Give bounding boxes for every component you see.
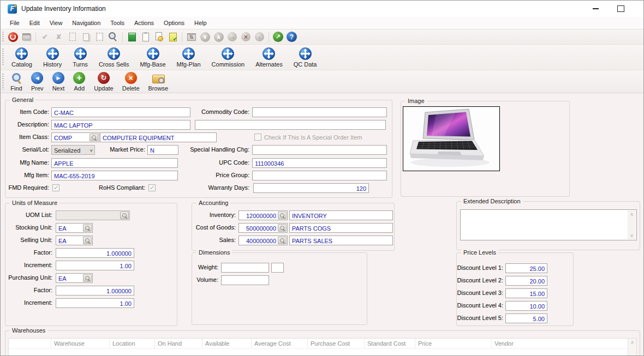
sales-account-field[interactable]: 400000000: [238, 236, 288, 245]
extended-description-scrollbar[interactable]: ∧ ∨: [628, 210, 636, 239]
mfg-name-field[interactable]: APPLE: [51, 158, 178, 168]
nav-toolbar-button[interactable]: Mfg-Plan: [171, 45, 206, 70]
description2-field[interactable]: [195, 120, 386, 130]
warranty-days-field[interactable]: 120: [253, 183, 369, 193]
clock-delete-icon[interactable]: [240, 31, 252, 43]
description-field[interactable]: MAC LAPTOP: [51, 120, 190, 130]
warehouse-column-header[interactable]: [9, 339, 51, 349]
warehouse-column-header[interactable]: Vendor: [492, 339, 631, 349]
nav-toolbar-button[interactable]: Turns: [67, 45, 93, 70]
toolbar-grip[interactable]: [2, 74, 4, 89]
volume-field[interactable]: [221, 275, 269, 285]
warehouse-column-header[interactable]: Standard Cost: [365, 339, 415, 349]
selling-unit-lookup-icon[interactable]: [83, 237, 92, 244]
warehouse-column-header[interactable]: Price: [415, 339, 492, 349]
selling-increment-field[interactable]: 1.00: [56, 261, 134, 270]
upc-code-field[interactable]: 111000346: [252, 158, 387, 168]
menu-item[interactable]: Options: [159, 18, 189, 28]
menu-item[interactable]: Navigation: [67, 18, 105, 28]
power-icon[interactable]: [7, 31, 19, 43]
nav-toolbar-button[interactable]: Catalog: [6, 45, 38, 70]
sales-account-desc[interactable]: PARTS SALES: [289, 236, 393, 245]
record-toolbar-button[interactable]: Add: [69, 70, 90, 93]
menu-item[interactable]: View: [45, 18, 68, 28]
clipboard-icon[interactable]: [139, 31, 152, 43]
menu-item[interactable]: File: [5, 18, 25, 28]
cancel-icon[interactable]: [52, 31, 65, 43]
nav-toolbar-button[interactable]: Mfg-Base: [135, 45, 171, 70]
billing-icon[interactable]: [153, 31, 165, 43]
copy-icon[interactable]: [80, 31, 92, 43]
help-icon[interactable]: [285, 31, 298, 43]
menu-item[interactable]: Help: [189, 18, 212, 28]
uom-list-field[interactable]: [56, 210, 130, 220]
warehouse-column-header[interactable]: Available: [202, 339, 252, 349]
warehouse-column-header[interactable]: Location: [110, 339, 155, 349]
item-class-desc-field[interactable]: COMPUTER EQUIPMENT: [100, 132, 217, 142]
special-handling-field[interactable]: [252, 145, 387, 155]
zoom-icon[interactable]: [107, 31, 120, 43]
purchasing-unit-field[interactable]: EA: [56, 273, 93, 283]
stocking-unit-lookup-icon[interactable]: [83, 224, 92, 232]
uom-list-lookup-icon[interactable]: [120, 212, 129, 219]
minimize-button[interactable]: [588, 3, 603, 15]
discount-level-field[interactable]: 15.00: [505, 288, 547, 298]
window-copy-icon[interactable]: [20, 31, 33, 43]
paste-icon[interactable]: [93, 31, 106, 43]
divider[interactable]: [35, 32, 36, 42]
record-toolbar-button[interactable]: Delete: [118, 70, 144, 93]
cogs-account-field[interactable]: 500000000: [238, 223, 288, 233]
nav-toolbar-button[interactable]: Alternates: [250, 45, 288, 70]
cogs-account-lookup-icon[interactable]: [278, 224, 287, 232]
nav-toolbar-button[interactable]: QC Data: [288, 45, 323, 70]
discount-level-field[interactable]: 20.00: [505, 276, 547, 286]
discount-level-field[interactable]: 5.00: [505, 313, 547, 323]
checklist-icon[interactable]: [166, 31, 179, 43]
divider[interactable]: [182, 32, 182, 42]
inventory-account-lookup-icon[interactable]: [278, 212, 287, 219]
discount-level-field[interactable]: 25.00: [505, 263, 547, 273]
item-class-lookup-icon[interactable]: [90, 134, 98, 141]
menu-item[interactable]: Actions: [129, 18, 159, 28]
mfg-item-field[interactable]: MAC-655-2019: [51, 171, 178, 180]
menu-item[interactable]: Edit: [25, 18, 45, 28]
warehouses-scrollbar[interactable]: ∧: [628, 339, 636, 356]
purchasing-increment-field[interactable]: 1.00: [56, 298, 134, 308]
rohs-compliant-checkbox[interactable]: [148, 184, 156, 191]
clock-in-icon[interactable]: [226, 31, 238, 43]
record-toolbar-button[interactable]: Prev: [27, 70, 48, 93]
record-toolbar-button[interactable]: Find: [6, 70, 27, 93]
item-class-field[interactable]: COMP: [51, 132, 99, 142]
warehouse-column-header[interactable]: Warehouse: [51, 339, 110, 349]
cut-icon[interactable]: [66, 31, 79, 43]
scroll-up-icon[interactable]: ∧: [628, 210, 636, 218]
menu-item[interactable]: Tools: [105, 18, 129, 28]
clock-down-icon[interactable]: [253, 31, 266, 43]
weight-uom-field[interactable]: [271, 263, 284, 273]
stocking-unit-field[interactable]: EA: [56, 223, 93, 233]
nav-toolbar-button[interactable]: Commission: [206, 45, 251, 70]
transfer-icon[interactable]: [185, 31, 198, 43]
weight-field[interactable]: [221, 263, 269, 273]
commodity-code-field[interactable]: [252, 107, 387, 117]
record-toolbar-button[interactable]: Next: [48, 70, 69, 93]
warehouse-column-header[interactable]: Purchase Cost: [308, 339, 365, 349]
selling-unit-field[interactable]: EA: [56, 236, 93, 245]
toolbar-grip[interactable]: [2, 49, 4, 66]
record-toolbar-button[interactable]: Browse: [144, 70, 173, 93]
nav-toolbar-button[interactable]: History: [38, 45, 67, 70]
selling-factor-field[interactable]: 1.000000: [56, 248, 134, 258]
fmd-required-checkbox[interactable]: [52, 184, 59, 191]
nav-toolbar-button[interactable]: Cross Sells: [93, 45, 135, 70]
extended-description-textarea[interactable]: ∧ ∨: [460, 209, 637, 240]
maximize-button[interactable]: [613, 3, 628, 15]
warehouse-column-header[interactable]: Average Cost: [252, 339, 308, 349]
toolbar-grip[interactable]: [2, 32, 4, 42]
warehouse-column-header[interactable]: On Hand: [155, 339, 202, 349]
item-code-field[interactable]: C-MAC: [51, 107, 190, 117]
performance-icon[interactable]: [272, 31, 284, 43]
collapse-icon[interactable]: [199, 31, 211, 43]
special-order-checkbox[interactable]: [254, 134, 261, 141]
divider[interactable]: [122, 32, 123, 42]
scroll-up-icon[interactable]: ∧: [628, 339, 636, 346]
